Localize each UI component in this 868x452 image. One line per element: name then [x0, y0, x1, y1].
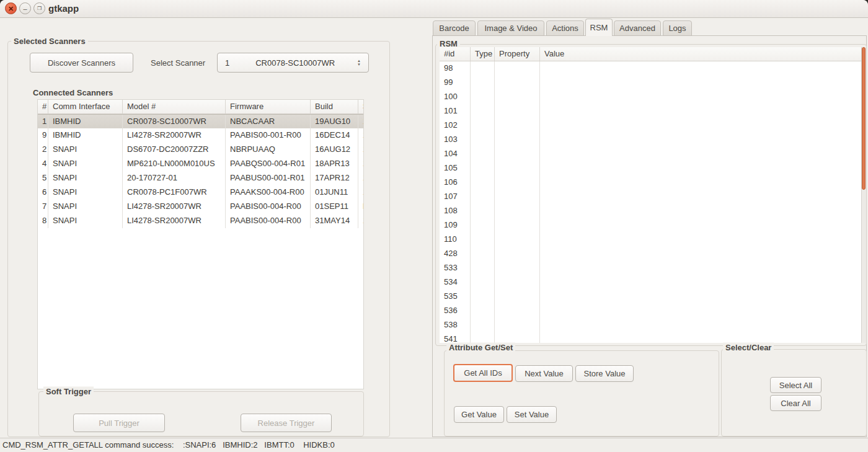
tab-rsm[interactable]: RSM — [585, 19, 613, 36]
cell: SNAPI — [48, 214, 123, 228]
titlebar[interactable]: ✕ – ❒ gtkapp — [0, 0, 868, 18]
next-value-button[interactable]: Next Value — [515, 365, 573, 382]
spinner-arrows[interactable]: ▲▼ — [357, 59, 361, 66]
cell: 103 — [440, 133, 471, 147]
cell — [540, 133, 861, 147]
rsm-table-header[interactable]: #idTypePropertyValue — [440, 47, 866, 61]
cell — [471, 318, 495, 332]
cell: LI4278-SR20007WR — [123, 128, 226, 143]
table-row[interactable]: 538 — [440, 318, 866, 332]
connected-scanners-header[interactable]: #Comm InterfaceModel #FirmwareBuildS — [38, 100, 363, 114]
status-text: CMD_RSM_ATTR_GETALL command success: :SN… — [2, 440, 335, 450]
table-row[interactable]: 99 — [440, 76, 866, 90]
header-row[interactable]: #idTypePropertyValue — [440, 47, 861, 61]
cell — [495, 233, 540, 247]
app-window: ✕ – ❒ gtkapp Selected Scanners Discover … — [0, 0, 868, 452]
header-row[interactable]: #Comm InterfaceModel #FirmwareBuildS — [38, 100, 364, 114]
table-row[interactable]: 104 — [440, 147, 866, 161]
maximize-icon[interactable]: ❒ — [33, 2, 45, 14]
cell: 100 — [440, 90, 471, 104]
table-row[interactable]: 98 — [440, 61, 866, 76]
cell: SNAPI — [48, 171, 123, 185]
discover-scanners-button[interactable]: Discover Scanners — [30, 53, 133, 73]
table-row[interactable]: 101 — [440, 104, 866, 118]
tab-logs[interactable]: Logs — [663, 20, 692, 36]
rsm-table[interactable]: #idTypePropertyValue 9899100101102103104… — [440, 47, 866, 343]
select-all-button[interactable]: Select All — [770, 377, 822, 393]
cell — [471, 175, 495, 190]
cell: IBMHID — [48, 128, 123, 143]
rsm-table-body[interactable]: 9899100101102103104105106107108109110428… — [440, 61, 866, 343]
cell: PAABIS00-001-R00 — [226, 128, 311, 143]
cell: 17APR12 — [311, 171, 358, 185]
table-row[interactable]: 535 — [440, 290, 866, 304]
table-row[interactable]: 428 — [440, 247, 866, 261]
cell: SNAPI — [48, 200, 123, 214]
table-row[interactable]: 1IBMHIDCR0078-SC10007WRNBCACAAR19AUG101 — [38, 114, 363, 128]
connected-scanners-body[interactable]: 1IBMHIDCR0078-SC10007WRNBCACAAR19AUG1019… — [38, 114, 363, 228]
cell — [540, 76, 861, 90]
table-row[interactable]: 100 — [440, 90, 866, 104]
table-row[interactable]: 110 — [440, 233, 866, 247]
get-value-button[interactable]: Get Value — [454, 406, 504, 423]
header-cell: S — [358, 100, 364, 113]
get-all-ids-button[interactable]: Get All IDs — [453, 364, 513, 382]
cell: 7 — [38, 200, 48, 214]
table-row[interactable]: 8SNAPILI4278-SR20007WRPAABIS00-004-R0031… — [38, 214, 363, 228]
cell: SNAPI — [48, 143, 123, 157]
table-row[interactable]: 533 — [440, 261, 866, 275]
connected-scanners-table[interactable]: #Comm InterfaceModel #FirmwareBuildS 1IB… — [37, 99, 364, 389]
select-scanner-spinner[interactable]: 1 CR0078-SC10007WR ▲▼ — [217, 53, 369, 73]
scrollbar-track[interactable] — [861, 47, 866, 343]
cell: 105 — [440, 161, 471, 175]
table-row[interactable]: 109 — [440, 218, 866, 233]
cell: 535 — [440, 290, 471, 304]
table-row[interactable]: 534 — [440, 275, 866, 290]
cell: 18APR13 — [311, 157, 358, 171]
scrollbar-thumb[interactable] — [862, 47, 866, 190]
table-row[interactable]: 4SNAPIMP6210-LN000M010USPAABQS00-004-R01… — [38, 157, 363, 171]
cell: 1 — [358, 143, 364, 157]
cell: 9 — [38, 128, 48, 143]
scanner-index: 1 — [225, 58, 229, 68]
cell — [471, 147, 495, 161]
table-row[interactable]: 6SNAPICR0078-PC1F007WRPAAAKS00-004-R0001… — [38, 185, 363, 200]
cell — [471, 247, 495, 261]
minimize-icon[interactable]: – — [19, 2, 31, 14]
close-icon[interactable]: ✕ — [5, 2, 17, 14]
pull-trigger-button[interactable]: Pull Trigger — [73, 414, 165, 432]
header-cell: Build — [311, 100, 358, 113]
cell — [540, 90, 861, 104]
set-value-button[interactable]: Set Value — [507, 406, 557, 423]
table-row[interactable]: 102 — [440, 118, 866, 133]
cell: 534 — [440, 275, 471, 290]
clear-all-button[interactable]: Clear All — [770, 395, 822, 411]
table-row[interactable]: 536 — [440, 304, 866, 318]
tab-barcode[interactable]: Barcode — [433, 20, 476, 36]
cell: SNAPI — [48, 157, 123, 171]
table-row[interactable]: 5SNAPI20-170727-01PAABUS00-001-R0117APR1… — [38, 171, 363, 185]
table-row[interactable]: 105 — [440, 161, 866, 175]
tab-actions[interactable]: Actions — [546, 20, 584, 36]
cell: 01SEP11 — [311, 200, 358, 214]
header-cell: Value — [540, 47, 861, 61]
table-row[interactable]: 103 — [440, 133, 866, 147]
cell: N — [358, 200, 364, 214]
tab-advanced[interactable]: Advanced — [614, 20, 661, 36]
cell — [495, 247, 540, 261]
table-row[interactable]: 2SNAPIDS6707-DC20007ZZRNBRPUAAQ16AUG121 — [38, 143, 363, 157]
spin-down-icon[interactable]: ▼ — [357, 63, 361, 66]
cell: NBRPUAAQ — [226, 143, 311, 157]
tab-image-video[interactable]: Image & Video — [477, 20, 544, 36]
cell: 538 — [440, 318, 471, 332]
table-row[interactable]: 107 — [440, 190, 866, 204]
table-row[interactable]: 541 — [440, 332, 866, 343]
release-trigger-button[interactable]: Release Trigger — [241, 414, 332, 432]
table-row[interactable]: 9IBMHIDLI4278-SR20007WRPAABIS00-001-R001… — [38, 128, 363, 143]
table-row[interactable]: 106 — [440, 175, 866, 190]
table-row[interactable]: 108 — [440, 204, 866, 218]
scanner-model: CR0078-SC10007WR — [255, 58, 335, 68]
store-value-button[interactable]: Store Value — [575, 365, 634, 382]
cell — [495, 161, 540, 175]
table-row[interactable]: 7SNAPILI4278-SR20007WRPAABIS00-004-R0001… — [38, 200, 363, 214]
